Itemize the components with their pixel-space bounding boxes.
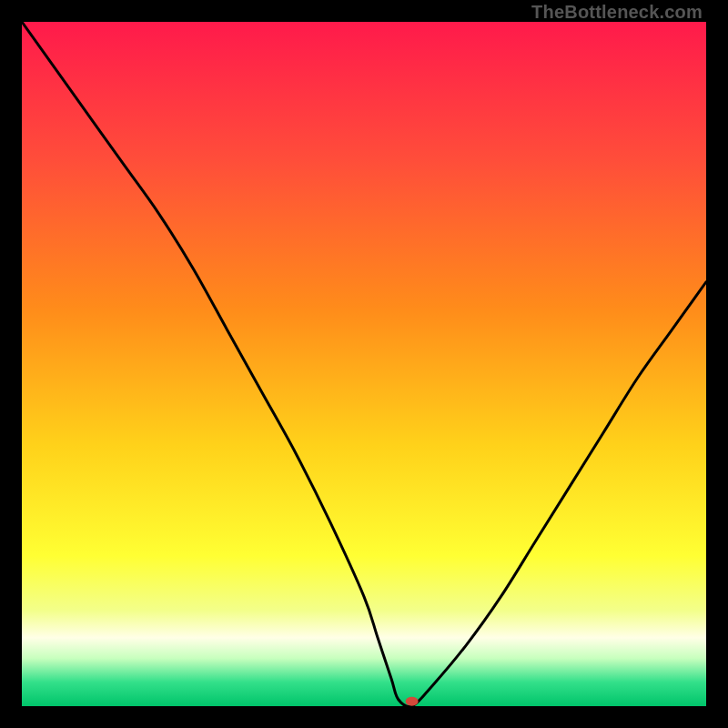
gradient-background <box>22 22 706 706</box>
chart-frame <box>22 22 706 706</box>
bottleneck-chart <box>22 22 706 706</box>
optimal-point-marker <box>406 697 419 706</box>
watermark-text: TheBottleneck.com <box>531 2 703 23</box>
